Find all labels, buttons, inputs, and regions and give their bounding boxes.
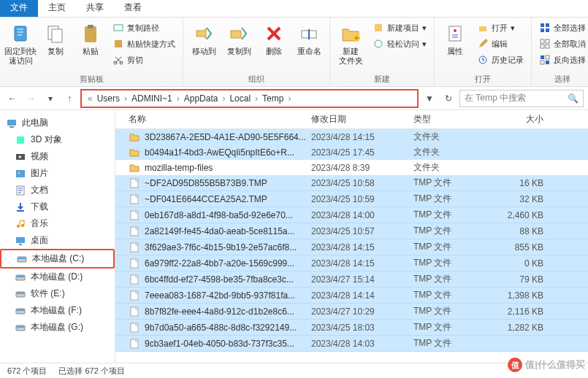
search-input[interactable]: 在 Temp 中搜索 🔍 bbox=[459, 90, 584, 107]
cell-name: mozilla-temp-files bbox=[145, 163, 311, 173]
table-row[interactable]: 8b7f82fe-eee4-4a8d-912c-d1b2e8c6...2023/… bbox=[115, 304, 588, 320]
properties-button[interactable]: 属性 bbox=[439, 19, 471, 56]
nav-bar: ← → ▾ ↑ « Users›ADMINI~1›AppData›Local›T… bbox=[0, 87, 588, 110]
table-row[interactable]: 7eeea083-1687-42bd-9bb5-937f81fa...2023/… bbox=[115, 288, 588, 304]
up-button[interactable]: ↑ bbox=[61, 90, 77, 107]
music-icon bbox=[15, 218, 26, 230]
svg-rect-30 bbox=[7, 120, 16, 126]
table-row[interactable]: 9cb3aef1-04eb-4050-b83d-737f3c35...2023/… bbox=[115, 336, 588, 352]
table-row[interactable]: 6bc4ffdd-ef27-4598-be35-7fba8ce3c...2023… bbox=[115, 271, 588, 288]
new-folder-button[interactable]: 新建 文件夹 bbox=[335, 19, 367, 66]
svg-rect-58 bbox=[131, 275, 138, 284]
table-row[interactable]: 6a979ff2-22a8-4bb7-a20e-1569c999...2023/… bbox=[115, 255, 588, 271]
paste-button[interactable]: 粘贴 bbox=[75, 19, 107, 56]
svg-rect-51 bbox=[17, 326, 24, 328]
invert-selection-button[interactable]: 反向选择 bbox=[536, 53, 588, 67]
select-all-button[interactable]: 全部选择 bbox=[536, 20, 588, 35]
history-button[interactable]: 历史记录 bbox=[474, 53, 527, 67]
edit-button[interactable]: 编辑 bbox=[474, 36, 527, 51]
cell-name: ~DF2AD95D855B5B73B9.TMP bbox=[145, 178, 311, 188]
group-label-open: 打开 bbox=[439, 72, 527, 86]
sidebar-item[interactable]: 桌面 bbox=[0, 232, 115, 249]
table-row[interactable]: 9b7d0a50-a665-488c-8d8c-f3292149...2023/… bbox=[115, 320, 588, 336]
tab-share[interactable]: 共享 bbox=[76, 0, 114, 17]
cell-date: 2023/4/25 17:45 bbox=[311, 147, 413, 158]
forward-button[interactable]: → bbox=[23, 90, 39, 107]
sidebar-item[interactable]: 本地磁盘 (D:) bbox=[0, 269, 115, 285]
col-type[interactable]: 类型 bbox=[413, 113, 494, 126]
sidebar-item[interactable]: 图片 bbox=[0, 165, 115, 182]
new-item-button[interactable]: 新建项目 ▾ bbox=[370, 20, 429, 35]
recent-button[interactable]: ▾ bbox=[42, 90, 58, 107]
cell-type: TMP 文件 bbox=[413, 305, 494, 317]
table-row[interactable]: mozilla-temp-files2023/4/28 8:39文件夹 bbox=[115, 160, 588, 175]
crumb[interactable]: Users bbox=[94, 93, 123, 104]
svg-point-15 bbox=[454, 29, 457, 32]
crumb[interactable]: Local bbox=[226, 93, 253, 104]
svg-rect-52 bbox=[131, 179, 138, 188]
svg-rect-20 bbox=[541, 28, 544, 32]
sidebar-item-label: 视频 bbox=[31, 150, 48, 163]
breadcrumb[interactable]: « Users›ADMINI~1›AppData›Local›Temp› bbox=[80, 89, 419, 108]
ribbon-group-select: 全部选择 全部取消 反向选择 选择 bbox=[532, 18, 588, 86]
cell-name: 9cb3aef1-04eb-4050-b83d-737f3c35... bbox=[145, 339, 311, 349]
crumb[interactable]: AppData bbox=[181, 93, 221, 104]
refresh-button[interactable]: ↻ bbox=[440, 90, 457, 107]
delete-button[interactable]: 删除 bbox=[258, 19, 290, 56]
svg-point-39 bbox=[21, 224, 24, 227]
cell-size: 2,116 KB bbox=[494, 306, 552, 317]
pc-icon bbox=[6, 117, 18, 129]
crumb[interactable]: Temp bbox=[259, 93, 286, 104]
easy-access-button[interactable]: 轻松访问 ▾ bbox=[370, 36, 429, 51]
table-row[interactable]: b0494a1f-4bd3-AwEQqIi5npItE6o+R...2023/4… bbox=[115, 144, 588, 160]
tab-home[interactable]: 主页 bbox=[38, 0, 76, 17]
select-none-button[interactable]: 全部取消 bbox=[536, 36, 588, 51]
table-row[interactable]: ~DF041E6644CCEA25A2.TMP2023/4/25 10:59TM… bbox=[115, 191, 588, 207]
dropdown-button[interactable]: ▼ bbox=[421, 90, 438, 107]
column-headers[interactable]: 名称 修改日期 类型 大小 bbox=[115, 110, 588, 129]
sidebar: 此电脑 3D 对象视频图片文档下载音乐桌面本地磁盘 (C:)本地磁盘 (D:)软… bbox=[0, 110, 115, 363]
rename-button[interactable]: 重命名 bbox=[293, 19, 325, 56]
sidebar-item[interactable]: 视频 bbox=[0, 148, 115, 165]
pin-button[interactable]: 固定到快 速访问 bbox=[4, 19, 37, 66]
group-label-new: 新建 bbox=[335, 72, 429, 86]
doc-icon bbox=[15, 185, 26, 196]
svg-rect-57 bbox=[131, 259, 138, 268]
move-to-icon bbox=[192, 22, 215, 45]
scissors-icon bbox=[112, 54, 124, 66]
file-icon bbox=[129, 306, 140, 317]
sidebar-item[interactable]: 本地磁盘 (C:) bbox=[0, 249, 115, 269]
col-size[interactable]: 大小 bbox=[494, 113, 552, 126]
sidebar-this-pc[interactable]: 此电脑 bbox=[0, 115, 115, 131]
table-row[interactable]: 0eb167d8-a8d1-4f98-ba5d-92e6e70...2023/4… bbox=[115, 207, 588, 223]
svg-rect-3 bbox=[85, 26, 96, 42]
svg-rect-56 bbox=[131, 243, 138, 252]
col-date[interactable]: 修改日期 bbox=[311, 113, 413, 126]
sidebar-item[interactable]: 本地磁盘 (F:) bbox=[0, 302, 115, 319]
sidebar-item[interactable]: 文档 bbox=[0, 182, 115, 198]
move-to-button[interactable]: 移动到 bbox=[188, 19, 220, 56]
sidebar-item[interactable]: 3D 对象 bbox=[0, 131, 115, 148]
copy-button[interactable]: 复制 bbox=[39, 19, 72, 56]
paste-shortcut-button[interactable]: 粘贴快捷方式 bbox=[110, 36, 178, 51]
back-button[interactable]: ← bbox=[4, 90, 20, 107]
table-row[interactable]: 3D23867A-2E5D-4A1E-AD90-5E5F664...2023/4… bbox=[115, 129, 588, 144]
cell-date: 2023/4/25 10:58 bbox=[311, 178, 413, 188]
table-row[interactable]: ~DF2AD95D855B5B73B9.TMP2023/4/25 10:58TM… bbox=[115, 175, 588, 191]
open-button[interactable]: 打开 ▾ bbox=[474, 20, 527, 35]
table-row[interactable]: 2a82149f-fe45-4da0-aeab-5ce8115a...2023/… bbox=[115, 223, 588, 239]
ribbon-group-new: 新建 文件夹 新建项目 ▾ 轻松访问 ▾ 新建 bbox=[330, 18, 435, 86]
tab-view[interactable]: 查看 bbox=[114, 0, 152, 17]
copy-path-button[interactable]: 复制路径 bbox=[110, 20, 178, 35]
sidebar-item[interactable]: 本地磁盘 (G:) bbox=[0, 319, 115, 336]
sidebar-item[interactable]: 软件 (E:) bbox=[0, 285, 115, 302]
copy-to-button[interactable]: 复制到 bbox=[223, 19, 255, 56]
crumb[interactable]: ADMINI~1 bbox=[129, 93, 175, 104]
col-name[interactable]: 名称 bbox=[129, 113, 311, 126]
disk-icon bbox=[15, 271, 26, 283]
tab-file[interactable]: 文件 bbox=[0, 0, 38, 17]
table-row[interactable]: 3f629ae3-7f6c-4b15-9b19-2e57ac6f8...2023… bbox=[115, 239, 588, 255]
sidebar-item[interactable]: 音乐 bbox=[0, 215, 115, 232]
cut-button[interactable]: 剪切 bbox=[110, 53, 178, 67]
sidebar-item[interactable]: 下载 bbox=[0, 198, 115, 215]
